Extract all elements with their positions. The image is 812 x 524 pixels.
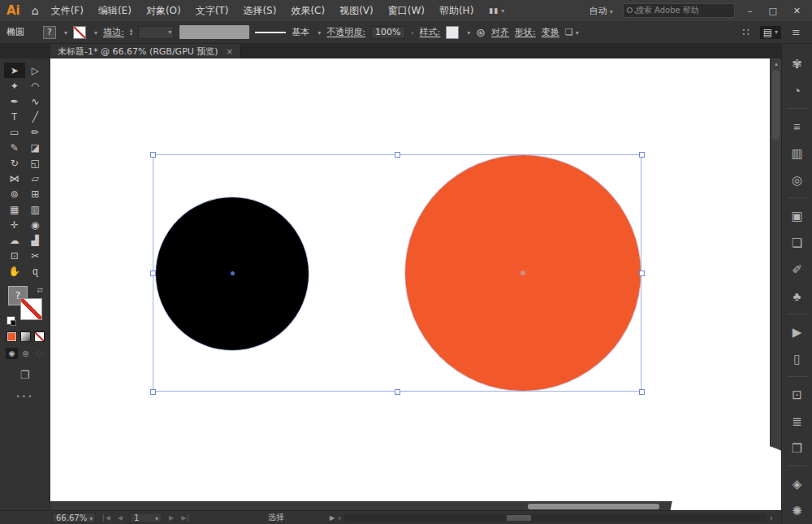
menu-item[interactable]: 文字(T) [188,4,236,18]
tool-width[interactable]: ⋈ [4,171,25,186]
style-swatch[interactable] [446,26,459,39]
color-fill-button[interactable] [6,331,17,342]
scroll-up-icon[interactable]: ▴ [771,60,781,67]
tool-line-segment[interactable]: ╱ [25,109,46,124]
menu-item[interactable]: 视图(V) [332,4,381,18]
draw-behind-icon[interactable]: ◎ [19,348,32,359]
tool-slice[interactable]: ✂ [25,248,46,263]
tool-eyedropper[interactable]: ✛ [4,217,25,232]
tool-paintbrush[interactable]: ✏ [25,124,46,140]
gradient-fill-button[interactable] [20,331,31,342]
tool-free-transform[interactable]: ▱ [25,171,46,186]
opacity-value[interactable]: 100% [371,26,405,39]
stroke-dropdown-icon[interactable] [92,27,97,37]
edit-toolbar-icon[interactable]: ••• [0,381,50,401]
tool-column-graph[interactable]: ▟ [25,232,46,248]
panel-icon-actions[interactable]: ▶ [783,318,812,345]
menu-item[interactable]: 对象(O) [139,4,188,18]
opacity-submenu-icon[interactable]: › [411,28,414,37]
isolate-object-icon[interactable]: ❏ [565,27,579,37]
tool-magic-wand[interactable]: ✦ [4,78,25,93]
brush-dropdown-icon[interactable] [315,27,321,37]
panel-icon-artboards[interactable]: ⊡ [783,381,812,408]
minimize-button[interactable]: – [745,6,756,16]
panel-icon-color[interactable]: ✾ [783,50,812,77]
align-link[interactable]: 对齐 [491,26,509,38]
panel-icon-asset-export[interactable]: ▯ [783,345,812,372]
panel-icon-brushes[interactable]: ✐ [783,256,812,283]
last-artboard-icon[interactable]: ▶| [181,514,190,522]
recolor-artwork-icon[interactable]: ⊛ [476,26,486,39]
menu-item[interactable]: 选择(S) [235,4,283,18]
selection-handle-sw[interactable] [150,389,156,395]
panel-icon-stroke[interactable]: ≡ [783,113,812,140]
arrange-documents-icon[interactable]: ∷ [742,26,749,38]
panel-icon-color-guide[interactable]: ◔ [783,77,812,104]
statusbar-scroll-track[interactable] [344,514,767,522]
home-icon[interactable]: ⌂ [32,4,39,17]
close-button[interactable]: ✕ [790,6,804,16]
menu-item[interactable]: 编辑(E) [91,4,139,18]
tool-perspective-grid[interactable]: ⊞ [25,186,46,201]
style-label[interactable]: 样式: [420,26,441,38]
tool-rotate[interactable]: ↻ [4,155,25,171]
tool-blend[interactable]: ◉ [25,217,46,232]
opacity-label[interactable]: 不透明度: [326,26,365,38]
panel-icon-symbols[interactable]: ♣ [783,283,812,310]
transform-link[interactable]: 变换 [542,26,559,38]
tool-shape-builder[interactable]: ⊚ [4,186,25,201]
menu-item[interactable]: 窗口(W) [381,4,432,18]
vertical-scrollbar[interactable]: ▴ ▾ [770,58,781,501]
tool-type[interactable]: T [4,109,25,124]
fill-dropdown-icon[interactable] [62,27,67,37]
gpu-auto-dropdown[interactable]: 自动 [590,5,613,17]
search-input[interactable]: 搜索 Adobe 帮助 [623,3,735,18]
none-fill-button[interactable] [34,331,45,342]
tab-close-icon[interactable]: × [227,47,233,56]
screen-mode-icon[interactable]: ❐ [0,359,50,381]
tool-zoom[interactable]: ɋ [25,263,46,279]
swap-fill-stroke-icon[interactable]: ⇄ [37,286,43,294]
selection-handle-w[interactable] [150,271,156,276]
tool-pen[interactable]: ✒ [4,93,25,109]
brush-definition-label[interactable]: 基本 [292,26,309,38]
next-artboard-icon[interactable]: ▶ [169,514,175,522]
selection-handle-ne[interactable] [639,152,645,158]
prev-artboard-icon[interactable]: ◀ [118,514,123,522]
panel-icon-pathfinder[interactable]: ❒ [783,435,812,461]
tool-scale[interactable]: ◱ [25,155,46,171]
first-artboard-icon[interactable]: |◀ [102,514,111,522]
tool-gradient[interactable]: ▥ [25,201,46,217]
stroke-proxy-swatch[interactable] [20,298,42,320]
artboard-canvas[interactable] [50,58,770,501]
panel-icon-appearance[interactable]: ▣ [783,202,812,229]
menu-item[interactable]: 帮助(H) [432,4,481,18]
panel-menu-icon[interactable]: ≡ [792,26,801,38]
panel-icon-image-trace[interactable]: ✺ [783,497,812,524]
scroll-right-icon[interactable]: › [770,513,773,522]
selection-handle-s[interactable] [395,389,400,395]
selection-handle-nw[interactable] [150,152,156,158]
panel-icon-gradient[interactable]: ▥ [783,140,812,167]
draw-inside-icon[interactable]: ◌ [33,348,45,359]
scroll-left-icon[interactable]: ‹ [338,513,341,522]
stroke-color-swatch[interactable] [73,26,86,39]
panel-icon-layers[interactable]: ◈ [783,470,812,497]
maximize-button[interactable]: □ [765,6,780,16]
workspace-switcher-icon[interactable]: ▤ [760,26,781,39]
tool-mesh[interactable]: ▦ [4,201,25,217]
style-dropdown-icon[interactable] [464,27,470,37]
vertical-scrollbar-thumb[interactable] [772,70,780,140]
tool-hand[interactable]: ✋ [4,263,25,279]
menu-item[interactable]: 文件(F) [44,4,91,18]
fill-color-swatch[interactable]: ? [43,26,56,39]
statusbar-scroll-thumb[interactable] [507,515,531,521]
menu-item[interactable]: 效果(C) [283,4,332,18]
panel-icon-transparency[interactable]: ◎ [783,167,812,193]
panel-icon-graphic-styles[interactable]: ❏ [783,229,812,256]
artboard-number-select[interactable]: 1 [130,513,162,523]
default-fill-stroke-icon[interactable] [6,316,15,325]
tool-selection[interactable]: ➤ [4,63,25,78]
selection-handle-e[interactable] [639,271,645,276]
horizontal-scrollbar-thumb[interactable] [528,504,659,509]
